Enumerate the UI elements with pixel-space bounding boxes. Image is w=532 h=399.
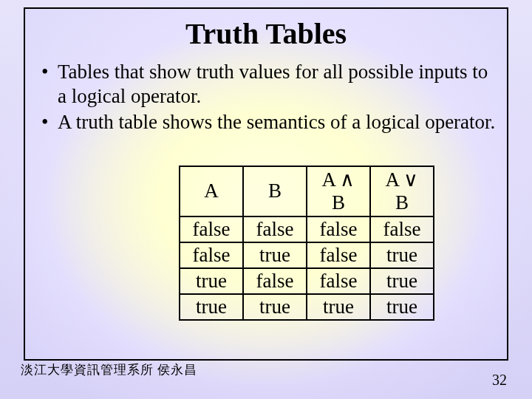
cell: false — [307, 242, 370, 268]
table-row: false true false true — [180, 242, 434, 268]
bullet-item: A truth table shows the semantics of a l… — [41, 110, 497, 134]
bullet-item: Tables that show truth values for all po… — [41, 60, 497, 109]
col-header-a: A — [180, 166, 243, 216]
col-header-and-line2: B — [315, 191, 362, 214]
cell: false — [180, 242, 243, 268]
cell: true — [180, 268, 243, 294]
col-header-or-line1: A ∨ — [378, 168, 426, 191]
truth-table: A B A ∧ B A ∨ B false false false false — [179, 166, 434, 321]
table-row: true false false true — [180, 268, 434, 294]
cell: false — [370, 216, 434, 242]
truth-table-container: A B A ∧ B A ∨ B false false false false — [179, 166, 434, 321]
cell: true — [180, 294, 243, 320]
cell: true — [370, 268, 434, 294]
slide: Truth Tables Tables that show truth valu… — [0, 0, 532, 399]
col-header-or-line2: B — [378, 191, 426, 214]
cell: false — [307, 268, 370, 294]
cell: true — [370, 242, 434, 268]
footer-credit: 淡江大學資訊管理系所 侯永昌 — [21, 361, 197, 378]
col-header-or: A ∨ B — [370, 166, 434, 216]
content-frame: Truth Tables Tables that show truth valu… — [24, 7, 508, 361]
cell: false — [307, 216, 370, 242]
slide-title: Truth Tables — [25, 16, 507, 51]
bullet-text: A truth table shows the semantics of a l… — [58, 111, 495, 133]
cell: false — [180, 216, 243, 242]
table-header-row: A B A ∧ B A ∨ B — [180, 166, 434, 216]
cell: true — [243, 294, 307, 320]
col-header-and: A ∧ B — [307, 166, 370, 216]
table-row: false false false false — [180, 216, 434, 242]
col-header-and-line1: A ∧ — [315, 168, 362, 191]
bullet-list: Tables that show truth values for all po… — [25, 60, 507, 134]
cell: true — [307, 294, 370, 320]
cell: false — [243, 216, 307, 242]
col-header-b: B — [243, 166, 307, 216]
cell: false — [243, 268, 307, 294]
cell: true — [243, 242, 307, 268]
table-row: true true true true — [180, 294, 434, 320]
bullet-text: Tables that show truth values for all po… — [58, 61, 488, 107]
slide-number: 32 — [492, 372, 507, 389]
cell: true — [370, 294, 434, 320]
